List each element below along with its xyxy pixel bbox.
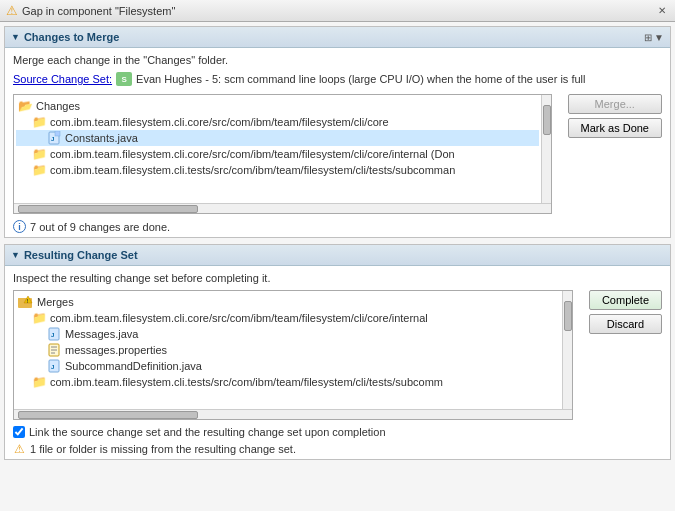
source-change-desc: Evan Hughes - 5: scm command line loops …	[136, 73, 585, 85]
tree-item[interactable]: J SubcommandDefinition.java	[16, 358, 560, 374]
link-checkbox-label: Link the source change set and the resul…	[29, 426, 386, 438]
tree-item[interactable]: messages.properties	[16, 342, 560, 358]
java-file-icon: J	[48, 327, 62, 341]
changes-tree-container: 📂 Changes 📁 com.ibm.team.filesystem.cli.…	[13, 94, 552, 214]
svg-rect-2	[55, 131, 60, 136]
link-checkbox[interactable]	[13, 426, 25, 438]
changes-tree-inner: 📂 Changes 📁 com.ibm.team.filesystem.cli.…	[14, 95, 541, 181]
changes-buttons-panel: Merge... Mark as Done	[568, 94, 662, 138]
tree-item-label: com.ibm.team.filesystem.cli.core/src/com…	[50, 312, 428, 324]
tree-item-label: messages.properties	[65, 344, 167, 356]
complete-button[interactable]: Complete	[589, 290, 662, 310]
folder-icon: 📁	[32, 115, 47, 129]
svg-text:J: J	[51, 364, 54, 370]
svg-text:J: J	[51, 332, 54, 338]
tree-item-label: com.ibm.team.filesystem.cli.core/src/com…	[50, 148, 455, 160]
folder-icon: 📁	[32, 311, 47, 325]
java-file-icon: J	[48, 359, 62, 373]
tree-item-label: Constants.java	[65, 132, 138, 144]
tree-item-label: com.ibm.team.filesystem.cli.core/src/com…	[50, 116, 389, 128]
tree-item-label: Merges	[37, 296, 74, 308]
resulting-tree-container: ! Merges 📁 com.ibm.team.filesystem.cli.c…	[13, 290, 573, 420]
section1-collapse-arrow[interactable]: ▼	[11, 32, 20, 42]
h-scrollbar[interactable]	[14, 203, 551, 213]
v-scrollbar[interactable]	[541, 95, 551, 203]
tree-item-label: Changes	[36, 100, 80, 112]
props-file-icon	[48, 343, 62, 357]
v-scrollbar-2[interactable]	[562, 291, 572, 409]
tree-item-label: SubcommandDefinition.java	[65, 360, 202, 372]
merge-folder-icon: !	[18, 295, 34, 309]
title-bar: ⚠ Gap in component "Filesystem" ✕	[0, 0, 675, 22]
link-checkbox-line: Link the source change set and the resul…	[13, 426, 662, 438]
resulting-change-set-section: ▼ Resulting Change Set Inspect the resul…	[4, 244, 671, 460]
source-icon: S	[116, 72, 132, 86]
changes-tree-outer: 📂 Changes 📁 com.ibm.team.filesystem.cli.…	[13, 94, 552, 214]
resulting-buttons-panel: Complete Discard	[589, 290, 662, 334]
tree-item[interactable]: 📂 Changes	[16, 98, 539, 114]
h-scrollbar-2[interactable]	[14, 409, 572, 419]
java-file-icon: J	[48, 131, 62, 145]
status-text: 7 out of 9 changes are done.	[30, 221, 170, 233]
resulting-tree-outer: ! Merges 📁 com.ibm.team.filesystem.cli.c…	[13, 290, 573, 420]
resulting-tree-and-buttons: ! Merges 📁 com.ibm.team.filesystem.cli.c…	[13, 290, 662, 420]
merge-instruction: Merge each change in the "Changes" folde…	[13, 54, 662, 66]
tree-item[interactable]: 📁 com.ibm.team.filesystem.cli.tests/src/…	[16, 374, 560, 390]
status-line: i 7 out of 9 changes are done.	[13, 220, 662, 233]
info-icon: i	[13, 220, 26, 233]
inspect-instruction: Inspect the resulting change set before …	[13, 272, 662, 284]
section1-toolbar[interactable]: ⊞ ▼	[644, 32, 664, 43]
svg-rect-4	[18, 298, 23, 301]
close-button[interactable]: ✕	[655, 5, 669, 16]
discard-button[interactable]: Discard	[589, 314, 662, 334]
open-folder-icon: 📂	[18, 99, 33, 113]
mark-as-done-button[interactable]: Mark as Done	[568, 118, 662, 138]
title-bar-text: Gap in component "Filesystem"	[22, 5, 655, 17]
tree-item-label: com.ibm.team.filesystem.cli.tests/src/co…	[50, 164, 455, 176]
folder-icon: 📁	[32, 163, 47, 177]
source-change-label[interactable]: Source Change Set:	[13, 73, 112, 85]
resulting-tree-inner: ! Merges 📁 com.ibm.team.filesystem.cli.c…	[14, 291, 562, 409]
tree-item[interactable]: ! Merges	[16, 294, 560, 310]
changes-to-merge-section: ▼ Changes to Merge ⊞ ▼ Merge each change…	[4, 26, 671, 238]
tree-item[interactable]: 📁 com.ibm.team.filesystem.cli.core/src/c…	[16, 310, 560, 326]
warning-icon: ⚠	[13, 442, 26, 455]
folder-icon: 📁	[32, 147, 47, 161]
changes-tree-and-buttons: 📂 Changes 📁 com.ibm.team.filesystem.cli.…	[13, 94, 662, 214]
section1-title: Changes to Merge	[24, 31, 119, 43]
tree-item[interactable]: J Messages.java	[16, 326, 560, 342]
tree-item[interactable]: 📁 com.ibm.team.filesystem.cli.core/src/c…	[16, 146, 539, 162]
gap-icon: ⚠	[6, 3, 18, 18]
tree-item-label: com.ibm.team.filesystem.cli.tests/src/co…	[50, 376, 443, 388]
tree-item-label: Messages.java	[65, 328, 138, 340]
source-change-line: Source Change Set: S Evan Hughes - 5: sc…	[13, 72, 662, 86]
tree-item[interactable]: 📁 com.ibm.team.filesystem.cli.core/src/c…	[16, 114, 539, 130]
section2-collapse-arrow[interactable]: ▼	[11, 250, 20, 260]
warning-line: ⚠ 1 file or folder is missing from the r…	[13, 442, 662, 455]
tree-item[interactable]: J Constants.java	[16, 130, 539, 146]
merge-button[interactable]: Merge...	[568, 94, 662, 114]
svg-text:J: J	[51, 136, 54, 142]
tree-item[interactable]: 📁 com.ibm.team.filesystem.cli.tests/src/…	[16, 162, 539, 178]
warning-text: 1 file or folder is missing from the res…	[30, 443, 296, 455]
section1-header: ▼ Changes to Merge ⊞ ▼	[5, 27, 670, 48]
folder-icon: 📁	[32, 375, 47, 389]
section2-title: Resulting Change Set	[24, 249, 138, 261]
section2-header: ▼ Resulting Change Set	[5, 245, 670, 266]
